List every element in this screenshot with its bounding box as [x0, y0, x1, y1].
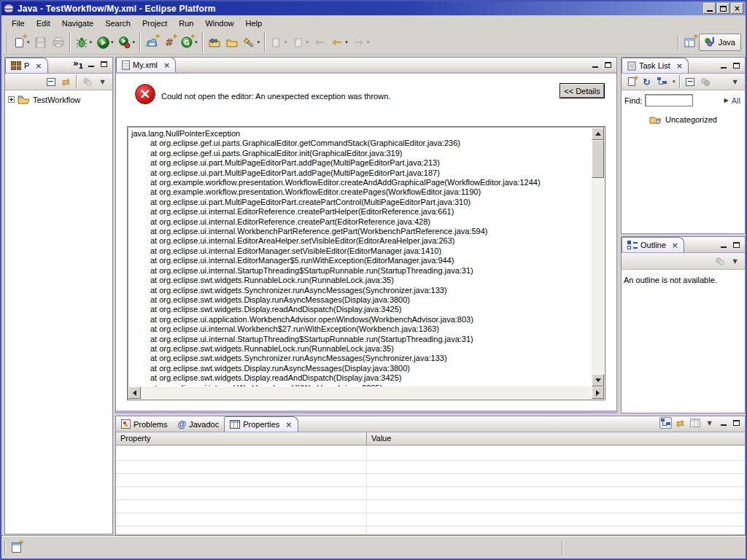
scroll-right-button[interactable]: [592, 386, 604, 399]
tab-package-explorer[interactable]: P ×: [5, 58, 48, 73]
close-icon[interactable]: ×: [676, 61, 683, 71]
details-button[interactable]: << Details: [560, 83, 605, 98]
column-header-value[interactable]: Value: [367, 432, 395, 445]
menu-item[interactable]: Navigate: [56, 17, 99, 30]
new-package-button[interactable]: # ✦: [160, 34, 178, 51]
maximize-editor-button[interactable]: [603, 60, 614, 69]
synchronize-button[interactable]: ↻: [640, 76, 653, 88]
scroll-up-button[interactable]: [592, 128, 604, 140]
maximize-view-button[interactable]: [98, 59, 109, 69]
perspective-java-button[interactable]: J Java: [699, 34, 741, 51]
save-icon: [34, 36, 47, 49]
more-tabs-chevron[interactable]: »1: [73, 58, 83, 70]
new-wizard-button[interactable]: ✦ ▾: [10, 34, 32, 51]
menu-item[interactable]: Project: [136, 17, 173, 30]
group-button[interactable]: [700, 76, 712, 88]
minimize-view-button[interactable]: [718, 61, 729, 70]
scroll-down-button[interactable]: [592, 374, 604, 386]
previous-annotation-button[interactable]: ▾: [290, 34, 311, 51]
view-menu-button[interactable]: ▼: [703, 417, 716, 429]
forward-button[interactable]: → ▾: [350, 34, 372, 51]
tab-my-xml[interactable]: My.xml ×: [116, 57, 176, 72]
find-input[interactable]: [645, 94, 693, 106]
xml-file-icon: [122, 61, 130, 70]
maximize-view-button[interactable]: [731, 240, 742, 249]
window-close-button[interactable]: ×: [731, 3, 743, 14]
new-task-button[interactable]: ✦: [625, 76, 638, 88]
view-menu-button[interactable]: ▼: [729, 76, 741, 88]
close-icon[interactable]: ×: [35, 61, 42, 71]
close-icon[interactable]: ×: [163, 61, 170, 70]
scroll-left-button[interactable]: [128, 386, 141, 399]
window-minimize-button[interactable]: [703, 3, 716, 14]
save-button[interactable]: [32, 34, 50, 51]
maximize-view-button[interactable]: [731, 61, 742, 70]
new-class-button[interactable]: G ✦ ▾: [178, 34, 200, 51]
expand-plus-icon[interactable]: [8, 96, 15, 103]
categorized-mode-button[interactable]: [656, 76, 668, 88]
collapse-all-button[interactable]: −: [44, 76, 57, 88]
open-perspective-button[interactable]: ✦: [681, 34, 699, 51]
minimize-editor-button[interactable]: [589, 60, 600, 69]
all-link[interactable]: All: [732, 96, 740, 105]
close-icon[interactable]: ×: [672, 241, 678, 250]
column-header-property[interactable]: Property: [116, 432, 367, 445]
eclipse-logo-icon: [4, 4, 14, 14]
run-button[interactable]: ▾: [94, 34, 116, 51]
category-label: Uncategorized: [665, 115, 717, 124]
link-with-editor-button[interactable]: ⇄: [60, 76, 72, 88]
scroll-thumb[interactable]: [592, 140, 604, 178]
back-button[interactable]: ← ▾: [328, 34, 350, 51]
view-menu-button[interactable]: ▼: [96, 76, 109, 88]
open-type-icon: [208, 36, 221, 49]
open-resource-button[interactable]: [223, 34, 241, 51]
window-maximize-button[interactable]: [717, 3, 729, 14]
show-advanced-properties-button[interactable]: ⇄: [674, 417, 686, 429]
outline-options-button[interactable]: [713, 255, 726, 267]
tab-outline[interactable]: Outline ×: [622, 237, 684, 252]
run-external-tools-button[interactable]: ▾: [116, 34, 138, 51]
next-annotation-button[interactable]: ▾: [268, 34, 290, 51]
menu-item[interactable]: Run: [173, 17, 199, 30]
new-class-icon: G ✦: [180, 36, 193, 49]
tab-label: P: [24, 61, 29, 70]
properties-table-body[interactable]: [116, 448, 745, 534]
new-project-button[interactable]: ✦: [143, 34, 160, 51]
horizontal-scrollbar[interactable]: [128, 386, 604, 399]
vertical-scrollbar[interactable]: [592, 128, 604, 386]
menu-bar: FileEditNavigateSearchProjectRunWindowHe…: [1, 15, 746, 31]
last-edit-location-button[interactable]: ←: [311, 34, 328, 51]
menu-item[interactable]: File: [6, 17, 31, 30]
next-annotation-icon: [270, 36, 283, 49]
tab-task-list[interactable]: Task List ×: [622, 58, 689, 73]
search-button[interactable]: ▾: [241, 34, 263, 51]
debug-button[interactable]: ▾: [73, 34, 95, 51]
stack-trace-text[interactable]: java.lang.NullPointerExceptionat org.ecl…: [128, 128, 592, 386]
close-icon[interactable]: ×: [285, 420, 292, 429]
editor-area: My.xml × × Could not open the editor: An…: [115, 57, 617, 413]
filters-button[interactable]: [81, 76, 93, 88]
tab-javadoc[interactable]: @ Javadoc: [172, 416, 224, 432]
project-folder-icon: [18, 95, 30, 104]
tree-item-testworkflow[interactable]: TestWorkflow: [8, 95, 109, 104]
view-menu-button[interactable]: ▼: [729, 255, 741, 267]
menu-item[interactable]: Search: [99, 17, 136, 30]
menu-item[interactable]: Window: [199, 17, 239, 30]
minimize-view-button[interactable]: [85, 59, 96, 69]
stack-trace-line: at org.eclipse.swt.widgets.Display.readA…: [131, 373, 592, 383]
minimize-view-button[interactable]: [718, 419, 729, 428]
collapse-all-button[interactable]: −: [684, 76, 697, 88]
print-button[interactable]: [50, 34, 67, 51]
minimize-view-button[interactable]: [718, 240, 729, 249]
task-category-uncategorized[interactable]: Uncategorized: [622, 110, 745, 124]
restore-default-button[interactable]: [689, 417, 701, 429]
find-expand-arrow-icon[interactable]: ▶: [724, 97, 729, 104]
show-categories-button[interactable]: [659, 417, 672, 429]
menu-item[interactable]: Edit: [31, 17, 56, 30]
maximize-view-button[interactable]: [731, 419, 742, 428]
tab-problems[interactable]: Problems: [116, 416, 172, 432]
open-type-button[interactable]: [206, 34, 223, 51]
menu-item[interactable]: Help: [240, 17, 268, 30]
tab-properties[interactable]: Properties ×: [224, 416, 298, 432]
fast-view-icon[interactable]: ✦: [12, 542, 21, 553]
